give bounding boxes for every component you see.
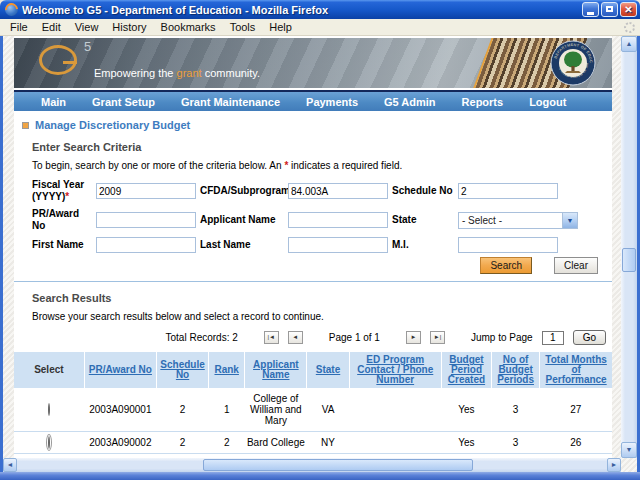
- pagination-top: Total Records: 2 |◄ ◄ Page 1 of 1 ► ►| J…: [14, 330, 606, 345]
- scroll-left-icon[interactable]: ◄: [3, 458, 17, 472]
- menu-history[interactable]: History: [105, 20, 153, 34]
- pr-award-input[interactable]: [96, 212, 196, 228]
- pr-award-label: PR/Award No: [32, 208, 96, 232]
- first-name-input[interactable]: [96, 237, 196, 253]
- fiscal-year-input[interactable]: [96, 183, 196, 199]
- menu-bookmarks[interactable]: Bookmarks: [154, 20, 223, 34]
- table-header-row: Select PR/Award No Schedule No Rank Appl…: [14, 352, 612, 388]
- g5-logo-five: 5: [84, 39, 91, 54]
- page-indicator: Page 1 of 1: [329, 332, 380, 343]
- last-name-input[interactable]: [288, 237, 388, 253]
- page-content: 5 Empowering the grant community. DEPART…: [14, 36, 612, 472]
- cfda-input[interactable]: [288, 183, 388, 199]
- row-0-months: 27: [540, 388, 612, 432]
- menu-file[interactable]: File: [3, 20, 35, 34]
- row-1-state: NY: [307, 432, 349, 454]
- schedule-no-input[interactable]: [458, 183, 558, 199]
- horizontal-scrollbar[interactable]: ◄ ►: [3, 458, 621, 472]
- row-1-applicant: Bard College: [245, 432, 307, 454]
- chevron-down-icon: ▼: [562, 213, 577, 228]
- schedule-no-label: Schedule No: [392, 185, 458, 197]
- col-state[interactable]: State: [307, 352, 349, 388]
- row-0-contact: [349, 388, 441, 432]
- menu-bar: File Edit View History Bookmarks Tools H…: [0, 19, 640, 36]
- window-title: Welcome to G5 - Department of Education …: [22, 4, 580, 16]
- col-pr-award[interactable]: PR/Award No: [84, 352, 156, 388]
- row-1-periods: 3: [492, 432, 540, 454]
- go-button-top[interactable]: Go: [573, 330, 606, 345]
- table-row: 2003A090002 2 2 Bard College NY Yes 3 26: [14, 432, 612, 454]
- window-frame: 5 Empowering the grant community. DEPART…: [0, 36, 640, 480]
- col-budget-period-created[interactable]: Budget Period Created: [441, 352, 491, 388]
- last-page-button[interactable]: ►|: [430, 331, 445, 344]
- applicant-name-label: Applicant Name: [200, 214, 288, 226]
- clear-button[interactable]: Clear: [554, 257, 598, 274]
- nav-main[interactable]: Main: [28, 96, 79, 108]
- scroll-right-icon[interactable]: ►: [607, 458, 621, 472]
- search-form: Fiscal Year (YYYY)* CFDA/Subprogram* Sch…: [32, 179, 612, 253]
- row-0-applicant: College of William and Mary: [245, 388, 307, 432]
- col-applicant-name[interactable]: Applicant Name: [245, 352, 307, 388]
- next-page-button[interactable]: ►: [406, 331, 421, 344]
- scroll-down-icon[interactable]: ▼: [621, 442, 637, 458]
- row-1-schedule: 2: [156, 432, 208, 454]
- banner-tagline: Empowering the grant community.: [94, 67, 260, 79]
- mi-input[interactable]: [458, 237, 558, 253]
- menu-edit[interactable]: Edit: [35, 20, 68, 34]
- col-rank[interactable]: Rank: [209, 352, 245, 388]
- row-1-contact: [349, 432, 441, 454]
- menu-tools[interactable]: Tools: [223, 20, 263, 34]
- col-schedule-no[interactable]: Schedule No: [156, 352, 208, 388]
- applicant-name-input[interactable]: [288, 212, 388, 228]
- row-1-created: Yes: [441, 432, 491, 454]
- row-0-periods: 3: [492, 388, 540, 432]
- browser-viewport: 5 Empowering the grant community. DEPART…: [3, 36, 637, 472]
- results-table: Select PR/Award No Schedule No Rank Appl…: [14, 352, 612, 454]
- window-bottom-border: [0, 472, 640, 480]
- row-0-created: Yes: [441, 388, 491, 432]
- nav-g5-admin[interactable]: G5 Admin: [371, 96, 449, 108]
- table-row: 2003A090001 2 1 College of William and M…: [14, 388, 612, 432]
- restore-button[interactable]: [601, 2, 618, 17]
- nav-logout[interactable]: Logout: [516, 96, 579, 108]
- first-page-button[interactable]: |◄: [264, 331, 279, 344]
- results-instruction: Browse your search results below and sel…: [32, 311, 612, 322]
- cfda-label: CFDA/Subprogram*: [200, 185, 288, 197]
- state-select[interactable]: - Select -▼: [458, 212, 578, 229]
- jump-to-page-label: Jump to Page: [471, 332, 533, 343]
- firefox-icon: [5, 3, 18, 16]
- vertical-scrollbar[interactable]: ▲ ▼: [621, 36, 637, 458]
- col-total-months[interactable]: Total Months of Performance: [540, 352, 612, 388]
- jump-to-page-input[interactable]: [542, 331, 564, 345]
- bullet-square-icon: [22, 122, 29, 129]
- menu-view[interactable]: View: [68, 20, 106, 34]
- nav-reports[interactable]: Reports: [449, 96, 517, 108]
- horizontal-scroll-thumb[interactable]: [203, 459, 473, 471]
- minimize-icon: [587, 12, 594, 15]
- col-ed-program-contact[interactable]: ED Program Contact / Phone Number: [349, 352, 441, 388]
- title-bar[interactable]: Welcome to G5 - Department of Education …: [0, 0, 640, 19]
- vertical-scroll-thumb[interactable]: [622, 248, 636, 272]
- prev-page-button[interactable]: ◄: [288, 331, 303, 344]
- nav-payments[interactable]: Payments: [293, 96, 371, 108]
- minimize-button[interactable]: [582, 2, 599, 17]
- col-no-budget-periods[interactable]: No of Budget Periods: [492, 352, 540, 388]
- state-label: State: [392, 214, 458, 226]
- row-0-state: VA: [307, 388, 349, 432]
- search-results-heading: Search Results: [32, 292, 612, 304]
- first-name-label: First Name: [32, 239, 96, 251]
- search-button[interactable]: Search: [480, 257, 532, 274]
- menu-help[interactable]: Help: [262, 20, 299, 34]
- throbber-icon: [624, 22, 635, 33]
- browser-window: Welcome to G5 - Department of Education …: [0, 0, 640, 480]
- nav-grant-maintenance[interactable]: Grant Maintenance: [168, 96, 293, 108]
- close-button[interactable]: ✕: [620, 2, 637, 17]
- row-1-rank: 2: [209, 432, 245, 454]
- row-0-radio[interactable]: [48, 403, 50, 416]
- row-1-radio[interactable]: [48, 436, 50, 449]
- scroll-up-icon[interactable]: ▲: [621, 36, 637, 52]
- g5-logo-icon: [39, 45, 77, 75]
- page-title: Manage Discretionary Budget: [22, 119, 612, 131]
- fiscal-year-label: Fiscal Year (YYYY)*: [32, 179, 96, 203]
- nav-grant-setup[interactable]: Grant Setup: [79, 96, 168, 108]
